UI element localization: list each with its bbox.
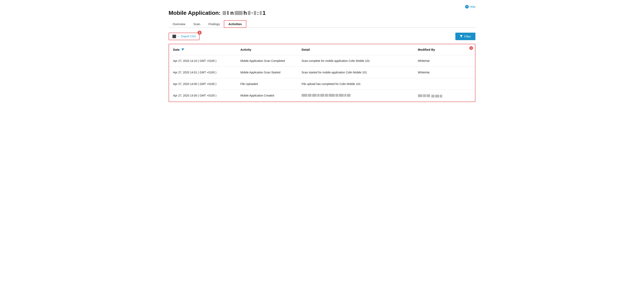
help-link[interactable]: ? Help [465, 5, 476, 9]
tab-overview[interactable]: Overview [168, 20, 190, 28]
cell-modified-2: WhiteHat [414, 67, 475, 78]
tab-scan[interactable]: Scan [190, 20, 204, 28]
col-header-detail: Detail [298, 44, 414, 55]
tab-activities[interactable]: Activities [224, 20, 246, 28]
cell-activity-4: Mobile Application Created [236, 90, 298, 102]
cell-date-4: Apr 27, 2020 14:00 ( GMT +0100 ) [169, 90, 236, 102]
table-header-row: Date Activity Detail Modified By 1 [169, 44, 475, 55]
cell-modified-4 [414, 90, 475, 102]
col-header-modified-by: Modified By 1 [414, 44, 475, 55]
activity-table-container: Date Activity Detail Modified By 1 [168, 44, 476, 102]
actions-bar: ⬛→ Export CSV 2 Filter [168, 33, 476, 40]
table-row: Apr 27, 2020 14:00 ( GMT +0100 ) Mobile … [169, 90, 475, 102]
table-row: Apr 27, 2020 14:10 ( GMT +0100 ) Mobile … [169, 55, 475, 67]
svg-marker-0 [460, 35, 463, 38]
cell-activity-3: File Uploaded [236, 78, 298, 90]
modified-by-badge: 1 [469, 46, 473, 50]
export-csv-button[interactable]: ⬛→ Export CSV [168, 33, 200, 40]
activity-table: Date Activity Detail Modified By 1 [169, 44, 475, 102]
title-redacted-area: I n h · : 1 [223, 10, 266, 16]
cell-date-3: Apr 27, 2020 14:00 ( GMT +0100 ) [169, 78, 236, 90]
cell-activity-2: Mobile Application Scan Started [236, 67, 298, 78]
cell-modified-3 [414, 78, 475, 90]
col-header-date: Date [169, 44, 236, 55]
page-title: Mobile Application: I n h · : 1 [168, 10, 476, 16]
cell-detail-1: Scan complete for mobile application Col… [298, 55, 414, 67]
tab-bar: Overview Scan Findings Activities [168, 20, 476, 28]
help-label: Help [470, 5, 476, 8]
cell-date-1: Apr 27, 2020 14:10 ( GMT +0100 ) [169, 55, 236, 67]
export-csv-wrapper: ⬛→ Export CSV 2 [168, 33, 200, 40]
export-icon: ⬛→ [172, 35, 180, 38]
tab-findings[interactable]: Findings [204, 20, 224, 28]
cell-modified-1: WhiteHat [414, 55, 475, 67]
col-header-activity: Activity [236, 44, 298, 55]
sort-arrow-icon[interactable] [181, 49, 184, 51]
export-badge: 2 [198, 31, 202, 35]
redacted-modified [418, 94, 471, 97]
filter-icon [460, 35, 463, 38]
filter-button[interactable]: Filter [455, 33, 476, 40]
cell-activity-1: Mobile Application Scan Completed [236, 55, 298, 67]
table-row: Apr 27, 2020 14:00 ( GMT +0100 ) File Up… [169, 78, 475, 90]
table-row: Apr 27, 2020 14:01 ( GMT +0100 ) Mobile … [169, 67, 475, 78]
cell-date-2: Apr 27, 2020 14:01 ( GMT +0100 ) [169, 67, 236, 78]
cell-detail-2: Scan started for mobile application Coli… [298, 67, 414, 78]
redacted-detail [302, 94, 410, 97]
cell-detail-4 [298, 90, 414, 102]
cell-detail-3: File upload has completed for Colin Mobi… [298, 78, 414, 90]
help-icon: ? [465, 5, 469, 9]
